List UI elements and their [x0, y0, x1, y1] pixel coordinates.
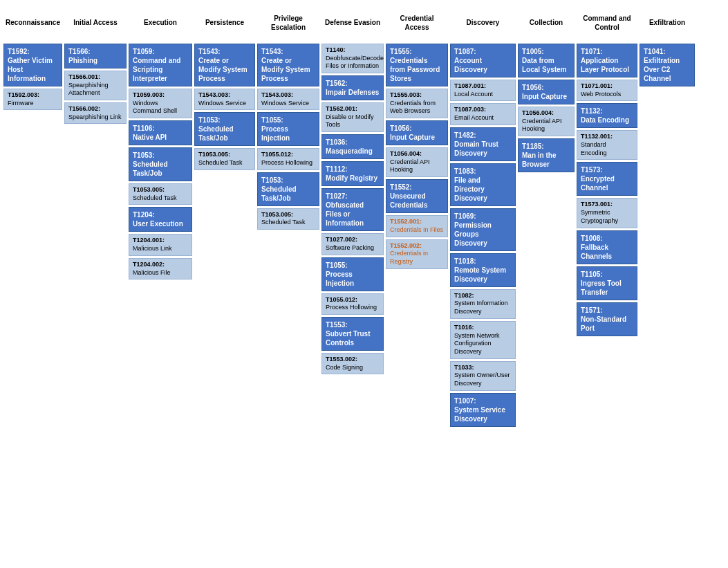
- card-T1018[interactable]: T1018: Remote System Discovery: [450, 253, 516, 287]
- header-privilege-escalation: Privilege Escalation: [257, 3, 319, 42]
- card-T1071.001[interactable]: T1071.001: Web Protocols: [577, 80, 637, 101]
- card-T1204.001[interactable]: T1204.001: Malicious Link: [129, 234, 192, 255]
- card-T1069[interactable]: T1069: Permission Groups Discovery: [450, 208, 516, 251]
- header-execution: Execution: [129, 3, 192, 42]
- card-T1571[interactable]: T1571: Non-Standard Port: [577, 302, 637, 336]
- column-recon: ReconnaissanceT1592: Gather Victim Host …: [3, 3, 62, 565]
- column-persistence: PersistenceT1543: Create or Modify Syste…: [194, 3, 255, 565]
- card-T1053.005[interactable]: T1053.005: Scheduled Task: [129, 183, 192, 205]
- header-discovery: Discovery: [450, 3, 516, 42]
- card-T1082[interactable]: T1082: System Information Discovery: [450, 289, 516, 319]
- card-T1562[interactable]: T1562: Impair Defenses: [321, 75, 384, 100]
- card-T1055[interactable]: T1055: Process Injection: [257, 112, 319, 146]
- card-T1008[interactable]: T1008: Fallback Channels: [577, 230, 637, 264]
- header-persistence: Persistence: [194, 3, 255, 42]
- column-exfiltration: ExfiltrationT1041: Exfiltration Over C2 …: [640, 3, 695, 565]
- card-T1552.002[interactable]: T1552.002: Credentials in Registry: [386, 239, 448, 269]
- matrix-container: ReconnaissanceT1592: Gather Victim Host …: [0, 0, 728, 568]
- card-T1056.004[interactable]: T1056.004: Credential API Hooking: [386, 147, 448, 177]
- card-T1059[interactable]: T1059: Command and Scripting Interpreter: [129, 44, 192, 86]
- card-T1573[interactable]: T1573: Encrypted Channel: [577, 162, 637, 196]
- card-T1016[interactable]: T1016: System Network Configuration Disc…: [450, 321, 516, 359]
- card-T1053.005pe[interactable]: T1053.005: Scheduled Task: [257, 208, 319, 230]
- card-T1592.003[interactable]: T1592.003: Firmware: [3, 89, 62, 110]
- card-T1543pe[interactable]: T1543: Create or Modify System Process: [257, 44, 319, 86]
- card-T1056ca[interactable]: T1056: Input Capture: [386, 120, 448, 145]
- card-T1132.001[interactable]: T1132.001: Standard Encoding: [577, 130, 637, 160]
- column-initial-access: Initial AccessT1566: PhishingT1566.001: …: [64, 3, 127, 565]
- card-T1204.002[interactable]: T1204.002: Malicious File: [129, 258, 192, 280]
- card-T1185[interactable]: T1185: Man in the Browser: [518, 138, 575, 172]
- column-discovery: DiscoveryT1087: Account DiscoveryT1087.0…: [450, 3, 516, 565]
- card-T1071[interactable]: T1071: Application Layer Protocol: [577, 44, 637, 77]
- card-T1083[interactable]: T1083: File and Directory Discovery: [450, 163, 516, 206]
- card-T1056.004coll[interactable]: T1056.004: Credential API Hooking: [518, 107, 575, 136]
- card-T1566.001[interactable]: T1566.001: Spearphishing Attachment: [64, 71, 127, 100]
- card-T1553[interactable]: T1553: Subvert Trust Controls: [321, 317, 384, 351]
- card-T1106[interactable]: T1106: Native API: [129, 120, 192, 145]
- card-T1566.002[interactable]: T1566.002: Spearphishing Link: [64, 102, 127, 124]
- card-T1087.001[interactable]: T1087.001: Local Account: [450, 80, 516, 101]
- card-T1555[interactable]: T1555: Credentials from Password Stores: [386, 44, 448, 86]
- card-T1543[interactable]: T1543: Create or Modify System Process: [194, 44, 255, 86]
- card-T1105[interactable]: T1105: Ingress Tool Transfer: [577, 266, 637, 300]
- card-T1132[interactable]: T1132: Data Encoding: [577, 103, 637, 128]
- card-T1005[interactable]: T1005: Data from Local System: [518, 44, 575, 77]
- card-T1053.005p[interactable]: T1053.005: Scheduled Task: [194, 148, 255, 170]
- card-T1041[interactable]: T1041: Exfiltration Over C2 Channel: [640, 44, 695, 86]
- card-T1027[interactable]: T1027: Obfuscated Files or Information: [321, 188, 384, 231]
- card-T1027.002[interactable]: T1027.002: Software Packing: [321, 233, 384, 255]
- column-collection: CollectionT1005: Data from Local SystemT…: [518, 3, 575, 565]
- column-defense-evasion: Defense EvasionT1140: Deobfuscate/Decode…: [321, 3, 384, 565]
- card-T1543.003[interactable]: T1543.003: Windows Service: [194, 89, 255, 110]
- card-T1053pe[interactable]: T1053: Scheduled Task/Job: [257, 172, 319, 206]
- card-T1056coll[interactable]: T1056: Input Capture: [518, 80, 575, 104]
- header-collection: Collection: [518, 3, 575, 42]
- card-T1059.003[interactable]: T1059.003: Windows Command Shell: [129, 89, 192, 118]
- column-command-control: Command and ControlT1071: Application La…: [577, 3, 637, 565]
- card-T1053p[interactable]: T1053: Scheduled Task/Job: [194, 112, 255, 146]
- column-credential-access: Credential AccessT1555: Credentials from…: [386, 3, 448, 565]
- card-T1087[interactable]: T1087: Account Discovery: [450, 44, 516, 77]
- column-privilege-escalation: Privilege EscalationT1543: Create or Mod…: [257, 3, 319, 565]
- card-T1482[interactable]: T1482: Domain Trust Discovery: [450, 127, 516, 161]
- card-T1055.012[interactable]: T1055.012: Process Hollowing: [257, 148, 319, 170]
- card-T1112[interactable]: T1112: Modify Registry: [321, 161, 384, 186]
- card-T1553.002[interactable]: T1553.002: Code Signing: [321, 353, 384, 374]
- card-T1592[interactable]: T1592: Gather Victim Host Information: [3, 44, 62, 86]
- card-T1543.003pe[interactable]: T1543.003: Windows Service: [257, 89, 319, 110]
- card-T1566[interactable]: T1566: Phishing: [64, 44, 127, 68]
- card-T1055de[interactable]: T1055: Process Injection: [321, 257, 384, 291]
- card-T1204[interactable]: T1204: User Execution: [129, 207, 192, 232]
- card-T1140[interactable]: T1140: Deobfuscate/Decode Files or Infor…: [321, 44, 384, 73]
- header-exfiltration: Exfiltration: [640, 3, 695, 42]
- card-T1552[interactable]: T1552: Unsecured Credentials: [386, 179, 448, 213]
- header-initial-access: Initial Access: [64, 3, 127, 42]
- header-command-control: Command and Control: [577, 3, 637, 42]
- card-T1562.001[interactable]: T1562.001: Disable or Modify Tools: [321, 102, 384, 132]
- card-T1036[interactable]: T1036: Masquerading: [321, 134, 384, 159]
- header-defense-evasion: Defense Evasion: [321, 3, 384, 42]
- card-T1552.001[interactable]: T1552.001: Credentials In Files: [386, 215, 448, 237]
- header-recon: Reconnaissance: [3, 3, 62, 42]
- column-execution: ExecutionT1059: Command and Scripting In…: [129, 3, 192, 565]
- card-T1007[interactable]: T1007: System Service Discovery: [450, 393, 516, 427]
- card-T1033[interactable]: T1033: System Owner/User Discovery: [450, 361, 516, 391]
- card-T1555.003[interactable]: T1555.003: Credentials from Web Browsers: [386, 89, 448, 118]
- header-credential-access: Credential Access: [386, 3, 448, 42]
- card-T1053[interactable]: T1053: Scheduled Task/Job: [129, 147, 192, 181]
- card-T1087.003[interactable]: T1087.003: Email Account: [450, 103, 516, 125]
- card-T1055.012de[interactable]: T1055.012: Process Hollowing: [321, 293, 384, 315]
- card-T1573.001[interactable]: T1573.001: Symmetric Cryptography: [577, 198, 637, 228]
